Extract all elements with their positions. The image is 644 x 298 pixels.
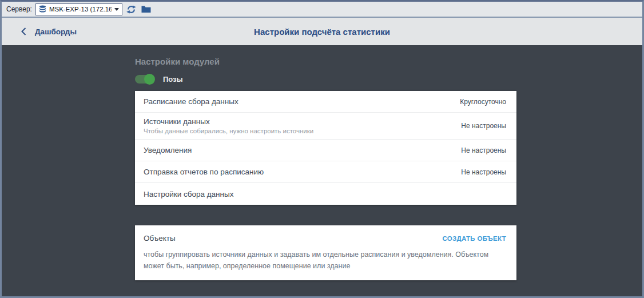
back-chevron-icon — [21, 27, 26, 35]
create-object-button[interactable]: СОЗДАТЬ ОБЪЕКТ — [442, 235, 506, 242]
refresh-icon — [126, 5, 136, 14]
settings-row[interactable]: УведомленияНе настроены — [135, 140, 516, 161]
server-icon — [39, 5, 46, 13]
objects-title: Объекты — [144, 234, 176, 243]
server-label: Сервер: — [6, 5, 32, 13]
settings-row-title: Уведомления — [144, 146, 192, 154]
folder-button[interactable] — [141, 3, 152, 15]
settings-row[interactable]: Отправка отчетов по расписаниюНе настрое… — [135, 161, 516, 183]
settings-row[interactable]: Настройки сбора данных — [135, 183, 516, 205]
server-select-value: MSK-EXP-13 (172.16.14.29) — [49, 6, 112, 13]
refresh-button[interactable] — [126, 3, 137, 15]
settings-row-title: Расписание сбора данных — [144, 97, 238, 106]
settings-row-value: Не настроены — [461, 122, 506, 130]
page-header: Дашборды Настройки подсчёта статистики — [2, 18, 642, 45]
settings-row-value: Круглосуточно — [460, 98, 506, 106]
server-select[interactable]: MSK-EXP-13 (172.16.14.29) — [35, 3, 122, 15]
modules-heading: Настройки модулей — [135, 57, 516, 66]
settings-row-title: Источники данных — [144, 117, 313, 126]
back-label: Дашборды — [35, 27, 77, 36]
settings-card: Расписание сбора данныхКруглосуточноИсто… — [135, 91, 516, 205]
settings-row[interactable]: Источники данныхЧтобы данные собирались,… — [135, 113, 516, 140]
folder-icon — [141, 5, 151, 13]
objects-description: чтобы группировать источники данных и за… — [135, 243, 512, 280]
main-content: Настройки модулей Позы Расписание сбора … — [2, 45, 642, 296]
settings-row-subtitle: Чтобы данные собирались, нужно настроить… — [144, 128, 313, 134]
app-window: Сервер: MSK-EXP-13 (172.16.14.29) — [0, 0, 644, 298]
settings-row-value: Не настроены — [461, 146, 506, 154]
objects-card: Объекты СОЗДАТЬ ОБЪЕКТ чтобы группироват… — [135, 225, 516, 280]
page-title: Настройки подсчёта статистики — [2, 27, 642, 37]
settings-row[interactable]: Расписание сбора данныхКруглосуточно — [135, 91, 516, 113]
pozy-toggle-row: Позы — [135, 75, 516, 84]
settings-row-value: Не настроены — [461, 168, 506, 176]
objects-header: Объекты СОЗДАТЬ ОБЪЕКТ — [135, 225, 516, 243]
pozy-toggle-label: Позы — [163, 75, 183, 84]
dropdown-caret-icon — [114, 8, 119, 11]
settings-row-title: Настройки сбора данных — [144, 190, 233, 198]
settings-row-title: Отправка отчетов по расписанию — [144, 168, 264, 176]
pozy-toggle[interactable] — [135, 75, 154, 84]
server-toolbar: Сервер: MSK-EXP-13 (172.16.14.29) — [2, 2, 642, 18]
toggle-knob — [144, 74, 155, 85]
back-button[interactable]: Дашборды — [21, 27, 77, 36]
